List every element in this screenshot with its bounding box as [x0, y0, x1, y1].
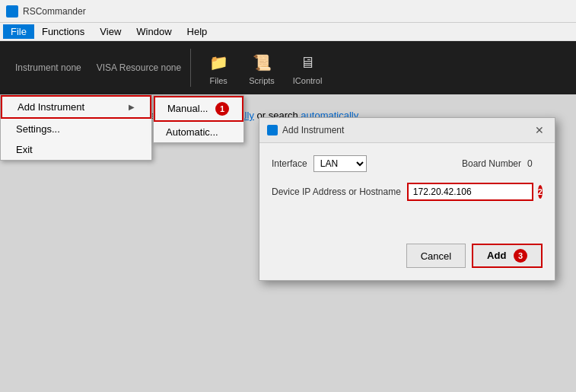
scripts-icon: 📜 — [250, 50, 274, 75]
interface-select[interactable]: LAN GPIB USB Serial — [313, 155, 367, 172]
step2-badge: 2 — [538, 185, 543, 199]
add-button[interactable]: Add 3 — [472, 244, 543, 268]
toolbar: Instrument none VISA Resource none 📁 Fil… — [0, 41, 576, 94]
interface-label: Interface — [272, 158, 307, 169]
dialog-body: Interface LAN GPIB USB Serial Board Numb… — [259, 143, 555, 244]
file-dropdown-menu: Add Instrument ▶ Manual... 1 Automatic..… — [0, 94, 152, 161]
menu-window[interactable]: Window — [129, 24, 179, 39]
interface-row: Interface LAN GPIB USB Serial Board Numb… — [272, 155, 543, 172]
title-bar: RSCommander — [0, 0, 576, 23]
app-title: RSCommander — [23, 6, 86, 17]
add-instrument-dialog: Add Instrument ✕ Interface LAN GPIB USB … — [259, 117, 555, 281]
manual-label: Manual... — [167, 103, 208, 114]
ip-input[interactable] — [407, 183, 533, 201]
dialog-close-button[interactable]: ✕ — [532, 123, 547, 138]
visa-value: none — [161, 62, 181, 73]
dialog-footer: Cancel Add 3 — [259, 244, 555, 280]
settings-label: Settings... — [16, 123, 60, 135]
toolbar-separator-1 — [190, 49, 191, 87]
cancel-button[interactable]: Cancel — [406, 244, 466, 268]
menu-bar: File Functions View Window Help — [0, 23, 576, 41]
dialog-title-left: Add Instrument — [267, 125, 344, 135]
app-icon — [6, 5, 18, 18]
dropdown-add-instrument[interactable]: Add Instrument ▶ Manual... 1 Automatic..… — [1, 95, 151, 119]
menu-help[interactable]: Help — [180, 24, 215, 39]
submenu-arrow: ▶ — [129, 103, 135, 111]
menu-file[interactable]: File — [3, 24, 34, 39]
exit-label: Exit — [16, 144, 33, 155]
ip-label: Device IP Address or Hostname — [272, 186, 401, 197]
ip-address-row: Device IP Address or Hostname 2 — [272, 183, 543, 201]
menu-functions[interactable]: Functions — [34, 24, 92, 39]
toolbar-icontrol[interactable]: 🖥 IControl — [287, 47, 329, 88]
dialog-title: Add Instrument — [282, 125, 344, 135]
instrument-label: Instrument — [15, 62, 59, 73]
board-number-value: 0 — [527, 158, 543, 169]
board-number-label: Board Number — [462, 158, 521, 169]
dialog-titlebar: Add Instrument ✕ — [259, 118, 555, 143]
menu-view[interactable]: View — [92, 24, 129, 39]
dialog-icon — [267, 125, 278, 135]
step3-badge: 3 — [514, 249, 527, 263]
add-label: Add — [487, 250, 506, 261]
instrument-info: Instrument none VISA Resource none — [15, 62, 181, 73]
toolbar-files[interactable]: 📁 Files — [200, 47, 237, 88]
files-label: Files — [210, 76, 228, 85]
automatic-label: Automatic... — [166, 126, 218, 138]
icontrol-label: IControl — [293, 76, 323, 85]
files-icon: 📁 — [206, 50, 231, 75]
icontrol-icon: 🖥 — [295, 50, 320, 75]
submenu-automatic[interactable]: Automatic... — [154, 122, 243, 142]
main-content: You have no instruments registered, add … — [0, 94, 576, 392]
toolbar-scripts[interactable]: 📜 Scripts — [243, 47, 281, 88]
instrument-value: none — [61, 62, 81, 73]
dropdown-exit[interactable]: Exit — [1, 139, 151, 160]
scripts-label: Scripts — [249, 76, 275, 85]
submenu: Manual... 1 Automatic... — [153, 95, 244, 143]
add-instrument-label: Add Instrument — [18, 101, 84, 113]
step1-badge: 1 — [215, 102, 229, 116]
visa-label: VISA Resource — [97, 62, 158, 73]
submenu-manual[interactable]: Manual... 1 — [154, 96, 243, 122]
dropdown-settings[interactable]: Settings... — [1, 119, 151, 139]
